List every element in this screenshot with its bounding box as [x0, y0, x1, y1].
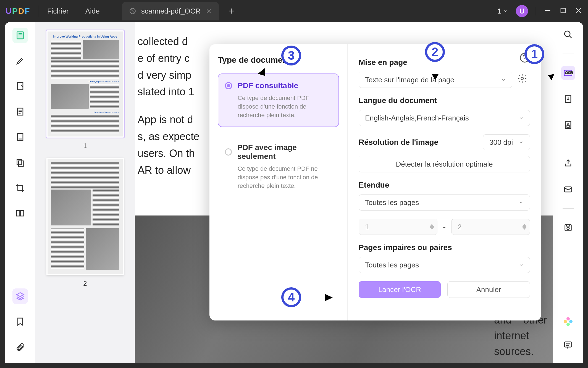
share-button[interactable]: [561, 156, 575, 170]
minimize-button[interactable]: [544, 7, 552, 15]
cancel-button[interactable]: Annuler: [447, 281, 530, 298]
bookmark-button[interactable]: [12, 314, 28, 329]
svg-rect-19: [566, 225, 569, 226]
svg-point-23: [564, 320, 567, 323]
copy-pages-tool[interactable]: [12, 155, 28, 170]
radio-icon: [225, 148, 232, 156]
app-logo: UPDF: [6, 6, 30, 16]
annotation-marker-2: 2: [425, 42, 445, 62]
svg-rect-8: [17, 211, 20, 216]
svg-rect-16: [565, 187, 572, 192]
svg-point-21: [569, 320, 573, 323]
annotation-marker-3: 3: [281, 46, 301, 65]
ocr-settings-panel: Type de document PDF consultable Ce type…: [209, 44, 541, 320]
chevron-down-icon: [503, 9, 508, 14]
svg-point-24: [567, 320, 569, 323]
resolution-select[interactable]: 300 dpi: [483, 134, 530, 150]
detect-resolution-button[interactable]: Détecter la résolution optimale: [359, 156, 530, 172]
range-heading: Etendue: [359, 181, 530, 190]
search-button[interactable]: [561, 28, 575, 41]
thumbnails-tool[interactable]: [12, 28, 28, 43]
language-heading: Langue du document: [359, 96, 530, 105]
titlebar: UPDF Fichier Aide scanned-pdf_OCR 1 U: [0, 0, 588, 22]
option-searchable-pdf[interactable]: PDF consultable Ce type de document PDF …: [218, 73, 339, 127]
launch-ocr-button[interactable]: Lancer l'OCR: [359, 281, 441, 298]
chevron-down-icon: [519, 115, 524, 120]
svg-point-22: [566, 323, 570, 326]
svg-rect-25: [565, 342, 572, 347]
right-toolbar: OCR: [553, 22, 583, 363]
page-edit-tool[interactable]: [12, 129, 28, 145]
page-number-2: 2: [46, 280, 124, 287]
svg-point-20: [566, 317, 570, 320]
edit-tool[interactable]: [12, 78, 28, 94]
close-window-button[interactable]: [575, 7, 582, 15]
compare-tool[interactable]: [12, 206, 28, 221]
comment-button[interactable]: [561, 338, 575, 352]
radio-icon: [225, 82, 232, 89]
convert-button[interactable]: [561, 92, 575, 106]
attachment-button[interactable]: [12, 339, 28, 355]
page-range-select[interactable]: Toutes les pages: [359, 194, 530, 211]
tab-title: scanned-pdf_OCR: [141, 7, 201, 15]
range-dash: -: [443, 222, 446, 232]
option-desc: Ce type de document PDF dispose d'une fo…: [225, 94, 332, 119]
page-list-tool[interactable]: [12, 104, 28, 119]
highlighter-tool[interactable]: [12, 53, 28, 69]
thumbnail-panel: Improve Working Productivity in Using Ap…: [35, 22, 135, 363]
ocr-button[interactable]: OCR: [561, 66, 575, 80]
chevron-down-icon: [519, 140, 524, 145]
page-number-1: 1: [46, 142, 124, 150]
ai-assistant-icon[interactable]: [563, 316, 574, 327]
thumbnail-page-2[interactable]: [46, 158, 124, 275]
save-button[interactable]: [561, 221, 575, 235]
user-avatar[interactable]: U: [516, 5, 528, 17]
language-select[interactable]: English-Anglais,French-Français: [359, 110, 530, 126]
layout-settings-button[interactable]: [517, 73, 530, 86]
chevron-down-icon: [519, 262, 524, 267]
svg-point-27: [521, 77, 524, 80]
option-label: PDF avec image seulement: [237, 143, 332, 161]
parity-heading: Pages impaires ou paires: [359, 243, 530, 252]
window-count[interactable]: 1: [498, 7, 508, 15]
option-image-only-pdf[interactable]: PDF avec image seulement Ce type de docu…: [218, 135, 339, 198]
range-to-input[interactable]: 2: [451, 219, 530, 235]
resolution-heading: Résolution de l'image: [359, 138, 477, 147]
close-tab-icon[interactable]: [206, 8, 212, 14]
svg-rect-5: [17, 133, 23, 141]
svg-rect-6: [17, 159, 22, 165]
svg-rect-1: [561, 8, 565, 13]
email-button[interactable]: [561, 182, 575, 196]
svg-rect-9: [20, 211, 23, 216]
protect-button[interactable]: [561, 118, 575, 132]
parity-select[interactable]: Toutes les pages: [359, 257, 530, 273]
layers-button[interactable]: [12, 288, 28, 304]
new-tab-button[interactable]: [228, 7, 235, 15]
left-toolbar: [5, 22, 35, 363]
menu-file[interactable]: Fichier: [47, 7, 69, 15]
svg-text:OCR: OCR: [565, 71, 573, 75]
svg-rect-15: [567, 125, 569, 127]
maximize-button[interactable]: [559, 7, 567, 15]
option-desc: Ce type de document PDF ne dispose pas d…: [225, 165, 332, 190]
tab-doc-icon: [129, 7, 136, 15]
chevron-down-icon: [501, 77, 506, 82]
thumbnail-page-1[interactable]: Improve Working Productivity in Using Ap…: [46, 30, 124, 138]
range-from-input[interactable]: 1: [359, 219, 437, 235]
annotation-marker-4: 4: [281, 287, 301, 307]
menu-help[interactable]: Aide: [85, 7, 100, 15]
document-tab[interactable]: scanned-pdf_OCR: [122, 2, 219, 20]
crop-tool[interactable]: [12, 180, 28, 196]
thumbnail-title: Improve Working Productivity in Using Ap…: [51, 35, 119, 38]
svg-point-18: [567, 227, 569, 230]
annotation-marker-1: 1: [524, 44, 544, 64]
svg-point-10: [565, 31, 570, 36]
svg-rect-7: [19, 161, 23, 166]
option-label: PDF consultable: [238, 81, 298, 90]
chevron-down-icon: [519, 200, 524, 205]
